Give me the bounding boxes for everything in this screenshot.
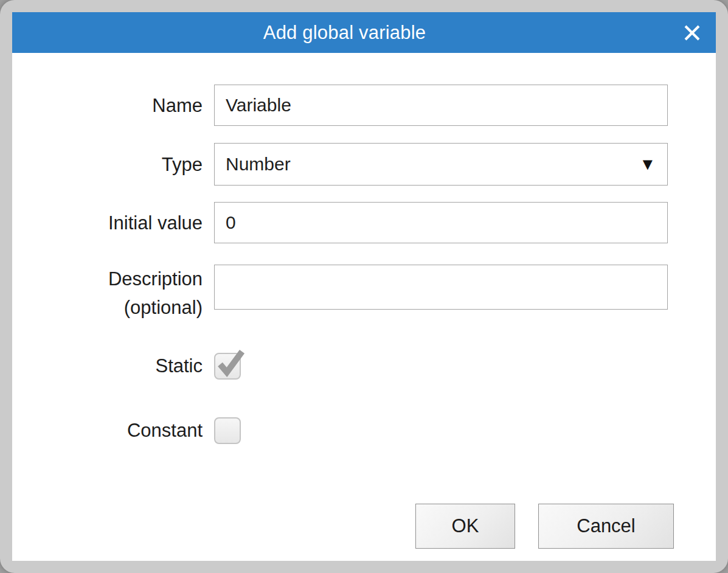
close-icon — [684, 24, 701, 41]
check-icon — [215, 347, 245, 378]
type-select[interactable]: Number ▼ — [214, 143, 668, 186]
name-row: Name — [12, 85, 668, 126]
static-row: Static — [12, 353, 668, 380]
constant-checkbox[interactable] — [214, 417, 241, 444]
dialog-buttons: OK Cancel — [12, 504, 716, 549]
add-global-variable-dialog: Add global variable Name — [12, 12, 716, 561]
static-label: Static — [12, 353, 214, 380]
description-row: Description (optional) — [12, 265, 668, 322]
initial-value-label: Initial value — [12, 202, 214, 243]
ok-button[interactable]: OK — [415, 504, 515, 549]
close-button[interactable] — [678, 19, 706, 47]
name-label: Name — [12, 85, 214, 126]
cancel-button[interactable]: Cancel — [538, 504, 674, 549]
dialog-titlebar[interactable]: Add global variable — [12, 12, 716, 53]
type-select-value: Number — [226, 154, 291, 175]
chevron-down-icon: ▼ — [643, 157, 653, 172]
variable-form: Name Type Number ▼ — [12, 53, 716, 549]
initial-value-row: Initial value — [12, 202, 668, 243]
description-input[interactable] — [214, 265, 668, 310]
name-input[interactable] — [214, 85, 668, 126]
dialog-title: Add global variable — [263, 22, 465, 44]
screen: Add global variable Name — [0, 0, 728, 573]
type-label: Type — [12, 143, 214, 186]
constant-row: Constant — [12, 417, 668, 444]
type-row: Type Number ▼ — [12, 143, 668, 186]
static-checkbox[interactable] — [214, 353, 241, 380]
dialog-body: Name Type Number ▼ — [12, 53, 716, 561]
description-label: Description (optional) — [12, 265, 214, 322]
constant-label: Constant — [12, 417, 214, 444]
initial-value-input[interactable] — [214, 202, 668, 243]
